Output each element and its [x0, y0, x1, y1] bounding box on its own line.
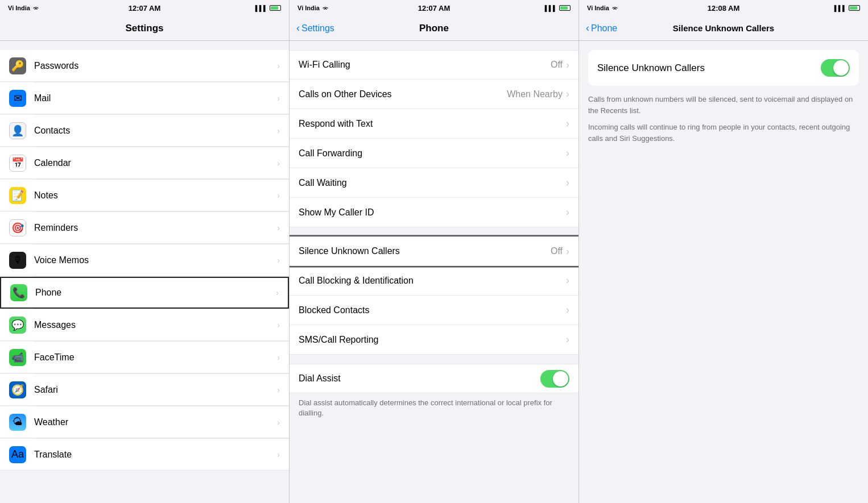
nav-back-label-p3[interactable]: Phone	[591, 23, 617, 34]
phone-row-calls_other[interactable]: Calls on Other Devices When Nearby ›	[290, 80, 578, 109]
reminders-label: Reminders	[34, 223, 277, 233]
mail-app-icon: ✉	[9, 90, 26, 107]
contacts-chevron-icon: ›	[277, 126, 280, 135]
sidebar-item-calendar[interactable]: 📅 Calendar ›	[0, 147, 289, 179]
translate-chevron-icon: ›	[277, 450, 280, 459]
silence-desc2: Incoming calls will continue to ring fro…	[588, 122, 859, 144]
time-p1: 12:07 AM	[129, 4, 161, 13]
mail-chevron-icon: ›	[277, 94, 280, 103]
sidebar-item-safari[interactable]: 🧭 Safari ›	[0, 374, 289, 406]
calls_other-value: When Nearby	[507, 89, 563, 99]
sidebar-item-weather[interactable]: 🌤 Weather ›	[0, 406, 289, 438]
messages-icon-char: 💬	[11, 319, 24, 331]
sidebar-item-voicememos[interactable]: 🎙 Voice Memos ›	[0, 244, 289, 276]
sidebar-item-contacts[interactable]: 👤 Contacts ›	[0, 115, 289, 147]
nav-bar-settings: Settings	[0, 16, 289, 41]
call_waiting-label: Call Waiting	[299, 178, 566, 188]
phone-row-call_forwarding[interactable]: Call Forwarding ›	[290, 139, 578, 168]
section-spacer-1	[290, 227, 578, 236]
nav-back-silence[interactable]: ‹ Phone	[586, 22, 617, 34]
phone-row-dial_assist[interactable]: Dial Assist	[290, 364, 578, 393]
carrier-signal-panel2: Vi India	[297, 5, 329, 11]
sidebar-item-notes[interactable]: 📝 Notes ›	[0, 180, 289, 211]
voicememos-label: Voice Memos	[34, 255, 277, 265]
nav-back-label-p2[interactable]: Settings	[301, 23, 334, 34]
phone-chevron-icon: ›	[276, 288, 279, 297]
carrier-name-p2: Vi India	[297, 5, 320, 11]
wifi-icon-p1	[32, 5, 39, 11]
call_forwarding-chevron-icon: ›	[566, 147, 569, 159]
phone-title: Phone	[419, 23, 449, 34]
battery-icon-p2	[559, 5, 571, 11]
wifi_calling-value: Off	[551, 60, 563, 70]
carrier-name-p3: Vi India	[587, 5, 609, 11]
phone-row-show_caller[interactable]: Show My Caller ID ›	[290, 198, 578, 227]
sidebar-item-messages[interactable]: 💬 Messages ›	[0, 309, 289, 341]
calendar-icon-char: 📅	[11, 157, 24, 169]
signal-icon-p3: ▌▌▌	[834, 5, 846, 11]
calls_other-label: Calls on Other Devices	[299, 89, 507, 99]
battery-icon-p1	[270, 5, 281, 11]
sidebar-item-mail[interactable]: ✉ Mail ›	[0, 82, 289, 114]
wifi_calling-chevron-icon: ›	[566, 59, 569, 71]
sms_reporting-chevron-icon: ›	[566, 334, 569, 346]
silence_unknown-chevron-icon: ›	[566, 246, 569, 257]
phone-row-wifi_calling[interactable]: Wi-Fi Calling Off ›	[290, 50, 578, 80]
voicememos-icon-char: 🎙	[13, 254, 23, 266]
panel-silence: Vi India 12:08 AM ▌▌▌ ‹ Phone Silence Un…	[579, 0, 868, 503]
dial_assist-toggle[interactable]	[540, 370, 569, 388]
phone-row-call_blocking[interactable]: Call Blocking & Identification ›	[290, 266, 578, 296]
phone-row-call_waiting[interactable]: Call Waiting ›	[290, 168, 578, 198]
toggle-knob	[833, 60, 849, 76]
panel-settings: Vi India 12:07 AM ▌▌▌ Settings 🔑 Passwor…	[0, 0, 290, 503]
sidebar-item-translate[interactable]: Aa Translate ›	[0, 439, 289, 471]
phone-row-silence_unknown[interactable]: Silence Unknown Callers Off ›	[290, 236, 578, 266]
messages-label: Messages	[34, 320, 277, 330]
nav-bar-silence: ‹ Phone Silence Unknown Callers	[579, 16, 868, 41]
silence-toggle[interactable]	[821, 59, 850, 77]
wifi-icon-p3	[611, 5, 618, 11]
silence-card-label: Silence Unknown Callers	[597, 63, 705, 74]
wifi_calling-label: Wi-Fi Calling	[299, 60, 551, 70]
safari-app-icon: 🧭	[9, 381, 26, 398]
sidebar-item-facetime[interactable]: 📹 FaceTime ›	[0, 342, 289, 373]
call_blocking-label: Call Blocking & Identification	[299, 276, 566, 286]
status-bar-panel1: Vi India 12:07 AM ▌▌▌	[0, 0, 289, 16]
mail-label: Mail	[34, 93, 277, 103]
voicememos-app-icon: 🎙	[9, 252, 26, 269]
chevron-left-icon-p3: ‹	[586, 22, 589, 34]
contacts-icon-char: 👤	[11, 124, 24, 137]
phone-row-sms_reporting[interactable]: SMS/Call Reporting ›	[290, 325, 578, 355]
carrier-signal-panel1: Vi India	[8, 5, 39, 11]
show_caller-chevron-icon: ›	[566, 206, 569, 218]
battery-area-p2: ▌▌▌	[545, 5, 571, 11]
call_waiting-chevron-icon: ›	[566, 177, 569, 189]
sidebar-item-reminders[interactable]: 🎯 Reminders ›	[0, 212, 289, 244]
nav-bar-phone: ‹ Settings Phone	[290, 16, 578, 41]
sms_reporting-label: SMS/Call Reporting	[299, 335, 566, 345]
settings-title: Settings	[125, 23, 163, 34]
translate-app-icon: Aa	[9, 446, 26, 463]
sidebar-item-passwords[interactable]: 🔑 Passwords ›	[0, 50, 289, 82]
contacts-app-icon: 👤	[9, 122, 26, 139]
call_blocking-chevron-icon: ›	[566, 275, 569, 286]
reminders-app-icon: 🎯	[9, 219, 26, 236]
battery-icon-p3	[849, 5, 860, 11]
passwords-icon-char: 🔑	[11, 60, 24, 72]
phone-row-blocked_contacts[interactable]: Blocked Contacts ›	[290, 296, 578, 325]
weather-chevron-icon: ›	[277, 418, 280, 427]
phone-icon-char: 📞	[13, 286, 25, 299]
voicememos-chevron-icon: ›	[277, 256, 280, 265]
phone-row-respond_text[interactable]: Respond with Text ›	[290, 109, 578, 139]
silence_unknown-value: Off	[551, 246, 563, 256]
safari-label: Safari	[34, 385, 277, 395]
silence_unknown-label: Silence Unknown Callers	[299, 246, 551, 256]
nav-back-phone[interactable]: ‹ Settings	[296, 22, 334, 34]
dial_assist_desc-desc: Dial assist automatically determines the…	[290, 393, 578, 423]
safari-chevron-icon: ›	[277, 385, 280, 394]
section-spacer-top	[0, 41, 289, 50]
notes-icon-char: 📝	[11, 189, 24, 202]
chevron-left-icon-p2: ‹	[296, 22, 300, 34]
silence-title: Silence Unknown Callers	[673, 23, 774, 33]
sidebar-item-phone[interactable]: 📞 Phone ›	[0, 277, 289, 309]
